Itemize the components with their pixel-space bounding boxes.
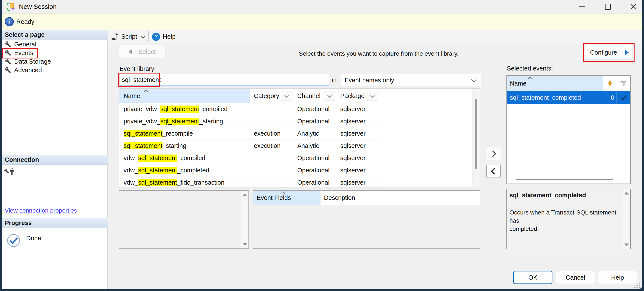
search-match-highlight: sql_statement — [138, 179, 177, 186]
selected-event-row[interactable]: sql_statement_completed 0 — [507, 91, 630, 104]
cancel-button[interactable]: Cancel — [556, 271, 595, 284]
column-header-description[interactable]: Description — [320, 191, 387, 204]
table-row[interactable]: sql_statement_starting execution Analyti… — [119, 140, 380, 152]
sidebar-item-data-storage[interactable]: Data Storage — [2, 57, 108, 66]
configure-highlight-annotation — [583, 43, 634, 62]
help-button[interactable]: Help — [598, 271, 637, 284]
event-name-cell: vdw_sql_statement_compiled — [119, 152, 250, 164]
search-match-highlight: sql_statement — [124, 142, 162, 149]
panel-scrollbar[interactable] — [241, 191, 248, 248]
horizontal-scrollbar-thumb[interactable] — [516, 178, 613, 180]
scope-value: Event names only — [341, 77, 472, 84]
event-fields-table: Event Fields Description — [253, 190, 480, 249]
category-filter-button[interactable] — [281, 91, 292, 101]
column-label: Event Fields — [257, 194, 291, 202]
column-header-name[interactable]: Name — [119, 89, 250, 103]
events-highlight-annotation — [2, 48, 38, 58]
column-header-channel[interactable]: Channel — [294, 89, 337, 103]
minimize-icon — [579, 6, 585, 7]
column-header-name[interactable]: Name — [507, 76, 603, 91]
script-button[interactable]: Script — [111, 33, 145, 41]
window-title: New Session — [19, 0, 56, 13]
column-label: Name — [510, 80, 526, 87]
view-connection-properties-link[interactable]: View connection properties — [5, 207, 77, 214]
chevron-down-icon — [370, 93, 375, 98]
table-row[interactable]: private_vdw_sql_statement_compiled Opera… — [119, 103, 380, 115]
category-cell — [250, 103, 294, 115]
package-cell: sqlserver — [337, 115, 380, 127]
event-library-table: Name Category Channel Package private_vd… — [119, 88, 480, 188]
resize-grip[interactable] — [633, 281, 640, 290]
category-cell — [250, 164, 294, 176]
table-row[interactable]: private_vdw_sql_statement_starting Opera… — [119, 115, 380, 128]
search-match-highlight: sql_statement — [160, 106, 199, 112]
category-cell — [250, 115, 294, 127]
event-library-label: Event library: — [120, 65, 156, 72]
package-cell: sqlserver — [337, 103, 380, 115]
event-name-cell: private_vdw_sql_statement_compiled — [119, 103, 250, 115]
package-cell: sqlserver — [337, 128, 380, 140]
sidebar-item-label: Advanced — [14, 66, 42, 74]
table-row[interactable]: vdw_sql_statement_compiled Operational s… — [119, 152, 380, 164]
search-match-highlight: sql_statement — [138, 167, 177, 174]
column-header-event-fields[interactable]: Event Fields — [253, 191, 320, 204]
scroll-down-icon[interactable] — [624, 244, 629, 246]
column-header-actions[interactable] — [603, 76, 617, 91]
table-row[interactable]: vdw_sql_statement_completed Operational … — [119, 164, 380, 176]
package-filter-button[interactable] — [367, 91, 378, 101]
progress-header: Progress — [2, 218, 108, 228]
column-header-package[interactable]: Package — [337, 89, 380, 103]
channel-cell: Operational — [294, 115, 337, 127]
chevron-left-icon — [491, 168, 498, 174]
close-icon — [630, 4, 636, 10]
status-text: Ready — [16, 14, 34, 30]
library-table-scrollbar[interactable] — [472, 89, 480, 187]
event-name-cell: vdw_sql_statement_fido_transaction — [119, 176, 250, 188]
sidebar-item-general[interactable]: General — [2, 40, 108, 48]
category-cell: execution — [250, 128, 294, 140]
column-label: Name — [124, 92, 140, 100]
filter-funnel-icon — [620, 80, 627, 87]
wrench-icon — [5, 67, 11, 73]
close-button[interactable] — [627, 2, 640, 11]
script-scroll-icon — [111, 33, 119, 41]
help-toolbar-button[interactable]: ? Help — [152, 33, 176, 41]
title-bar[interactable]: New Session — [2, 0, 642, 13]
remove-event-button[interactable] — [486, 165, 501, 178]
selected-event-action-count: 0 — [603, 91, 616, 104]
instruction-text: Select the events you want to capture fr… — [299, 50, 458, 57]
channel-filter-button[interactable] — [324, 91, 335, 101]
column-label: Channel — [297, 92, 320, 100]
chevron-down-icon — [471, 77, 476, 82]
select-a-page-header: Select a page — [2, 30, 108, 40]
connection-header: Connection — [2, 155, 108, 165]
select-page-button[interactable]: Select — [119, 45, 166, 58]
channel-cell: Analytic — [294, 140, 337, 152]
scrollbar-thumb[interactable] — [475, 99, 477, 169]
table-row[interactable]: sql_statement_recompile execution Analyt… — [119, 128, 380, 140]
dialog-toolbar: Script ? Help — [108, 30, 642, 44]
scroll-down-icon[interactable] — [243, 243, 247, 246]
package-cell: sqlserver — [337, 176, 380, 188]
scroll-up-icon[interactable] — [243, 194, 247, 196]
channel-cell: Operational — [294, 164, 337, 176]
sidebar-item-advanced[interactable]: Advanced — [2, 66, 108, 74]
maximize-button[interactable] — [602, 2, 614, 11]
column-header-category[interactable]: Category — [250, 89, 294, 103]
package-cell: sqlserver — [337, 140, 380, 152]
minimize-button[interactable] — [575, 2, 588, 11]
sidebar-item-label: General — [14, 41, 36, 48]
fields-table-header: Event Fields Description — [253, 191, 480, 204]
description-scrollbar[interactable] — [623, 189, 630, 249]
channel-cell: Operational — [294, 176, 337, 188]
column-header-filter[interactable] — [617, 76, 630, 91]
done-check-icon — [6, 234, 21, 248]
app-icon — [7, 2, 16, 12]
search-scope-dropdown[interactable]: Event names only — [341, 74, 481, 86]
table-row[interactable]: vdw_sql_statement_fido_transaction Opera… — [119, 176, 380, 189]
ok-button[interactable]: OK — [513, 271, 552, 284]
add-event-button[interactable] — [486, 147, 501, 160]
event-detail-empty-panel — [119, 190, 249, 249]
scroll-up-icon[interactable] — [624, 192, 629, 194]
wrench-icon — [5, 41, 11, 48]
